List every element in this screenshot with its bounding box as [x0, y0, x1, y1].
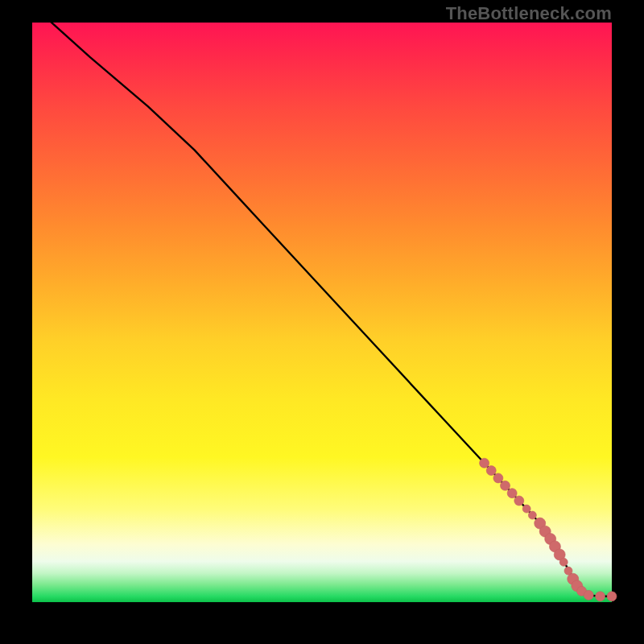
attribution-label: TheBottleneck.com — [446, 3, 612, 24]
data-dot — [559, 558, 568, 566]
data-dot — [528, 511, 536, 519]
data-dot — [480, 458, 489, 468]
chart-stage: TheBottleneck.com — [0, 0, 644, 644]
chart-overlay — [32, 23, 612, 602]
data-dot — [514, 496, 524, 506]
data-dot — [522, 505, 530, 513]
data-dots — [480, 458, 617, 601]
data-dot — [507, 489, 517, 498]
data-dot — [501, 481, 510, 490]
data-dot — [607, 592, 617, 601]
data-dot — [486, 466, 496, 476]
plot-area — [32, 23, 612, 602]
data-dot — [493, 473, 503, 483]
data-dot — [584, 590, 593, 600]
data-dot — [596, 592, 605, 601]
